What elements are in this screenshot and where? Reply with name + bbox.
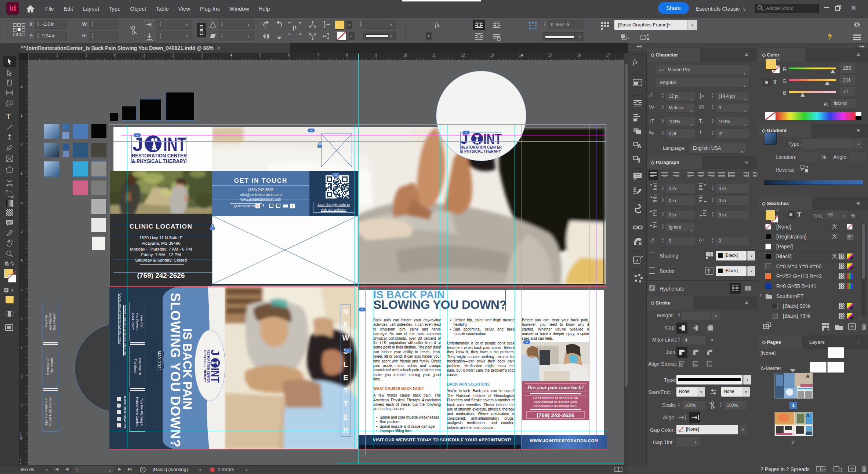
svg-text:A̳↑: A̳↑	[699, 237, 704, 243]
svg-text:A: A	[637, 143, 642, 149]
svg-text:▾: ▾	[828, 328, 829, 331]
svg-text:A̲: A̲	[701, 94, 705, 99]
svg-text:¶: ¶	[637, 157, 640, 163]
svg-text:↓A̳: ↓A̳	[649, 237, 655, 243]
svg-text:P: P	[293, 25, 297, 33]
svg-text:▾: ▾	[841, 470, 843, 473]
svg-text:¶: ¶	[707, 268, 710, 274]
